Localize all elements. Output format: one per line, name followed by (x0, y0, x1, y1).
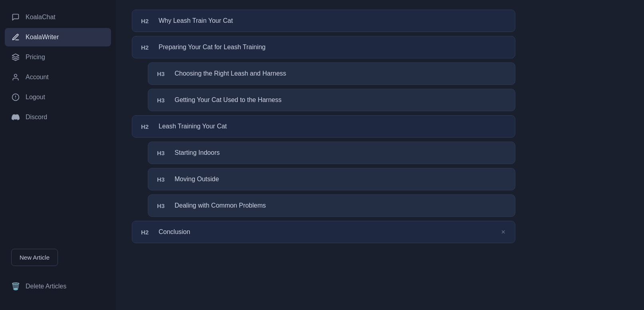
outline-item[interactable]: H3Dealing with Common Problems (148, 194, 515, 217)
sidebar-item-discord[interactable]: Discord (5, 108, 111, 126)
sidebar-item-account[interactable]: Account (5, 68, 111, 86)
heading-badge: H3 (157, 176, 168, 183)
sidebar-nav: KoalaChatKoalaWriterPricingAccountLogout… (0, 8, 116, 236)
outline-item[interactable]: H3Starting Indoors (148, 142, 515, 164)
new-article-button[interactable]: New Article (11, 249, 58, 266)
trash-icon: 🗑️ (11, 282, 20, 291)
heading-text: Moving Outside (175, 176, 506, 183)
outline-item[interactable]: H3Moving Outside (148, 168, 515, 190)
sidebar-item-label-discord: Discord (26, 114, 47, 121)
heading-text: Preparing Your Cat for Leash Training (159, 44, 506, 51)
heading-badge: H2 (141, 44, 152, 51)
heading-text: Getting Your Cat Used to the Harness (175, 96, 506, 104)
main-content: H2Why Leash Train Your CatH2Preparing Yo… (116, 0, 644, 310)
sidebar-item-pricing[interactable]: Pricing (5, 48, 111, 66)
heading-badge: H3 (157, 97, 168, 104)
heading-badge: H3 (157, 150, 168, 156)
sidebar: KoalaChatKoalaWriterPricingAccountLogout… (0, 0, 116, 310)
heading-text: Conclusion (159, 228, 506, 236)
discord-icon (11, 113, 20, 122)
heading-badge: H3 (157, 70, 168, 77)
heading-badge: H2 (141, 18, 152, 24)
outline-item[interactable]: H3Choosing the Right Leash and Harness (148, 62, 515, 85)
outline-item[interactable]: H2Conclusion× (132, 221, 515, 243)
heading-text: Choosing the Right Leash and Harness (175, 70, 506, 77)
account-icon (11, 73, 20, 82)
heading-badge: H2 (141, 123, 152, 130)
heading-text: Starting Indoors (175, 149, 506, 156)
sidebar-item-label-koalachat: KoalaChat (26, 14, 56, 21)
logout-icon (11, 93, 20, 102)
koalachat-icon (11, 13, 20, 22)
outline-item[interactable]: H3Getting Your Cat Used to the Harness (148, 89, 515, 111)
svg-point-0 (14, 74, 17, 77)
sidebar-bottom: 🗑️ Delete Articles (0, 277, 116, 302)
outline-list: H2Why Leash Train Your CatH2Preparing Yo… (132, 10, 515, 243)
heading-text: Dealing with Common Problems (175, 202, 506, 209)
sidebar-item-label-account: Account (26, 74, 49, 81)
heading-badge: H2 (141, 229, 152, 236)
koalawriter-icon (11, 33, 20, 42)
outline-item[interactable]: H2Leash Training Your Cat (132, 115, 515, 138)
sidebar-item-delete-articles[interactable]: 🗑️ Delete Articles (5, 277, 111, 296)
sidebar-item-logout[interactable]: Logout (5, 88, 111, 106)
close-outline-item-button[interactable]: × (499, 228, 508, 236)
sidebar-item-label-pricing: Pricing (26, 54, 45, 61)
sidebar-item-label-koalawriter: KoalaWriter (26, 34, 59, 41)
outline-item[interactable]: H2Why Leash Train Your Cat (132, 10, 515, 32)
sidebar-item-koalawriter[interactable]: KoalaWriter (5, 28, 111, 46)
heading-text: Leash Training Your Cat (159, 123, 506, 130)
delete-articles-label: Delete Articles (26, 283, 66, 290)
sidebar-item-label-logout: Logout (26, 94, 45, 101)
heading-text: Why Leash Train Your Cat (159, 17, 506, 24)
heading-badge: H3 (157, 202, 168, 209)
outline-item[interactable]: H2Preparing Your Cat for Leash Training (132, 36, 515, 58)
sidebar-item-koalachat[interactable]: KoalaChat (5, 8, 111, 26)
pricing-icon (11, 53, 20, 62)
